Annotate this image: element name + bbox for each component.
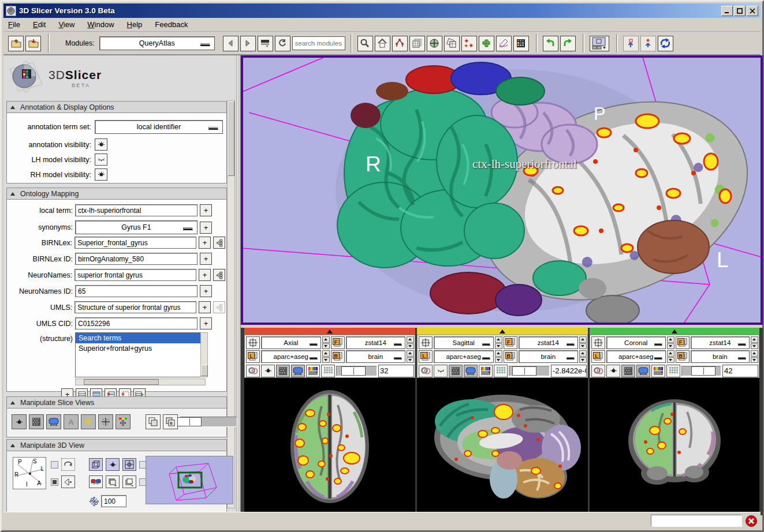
zoom-value-entry[interactable]: 100: [101, 495, 126, 507]
coronal-foreground-button[interactable]: F: [676, 336, 690, 349]
load-scene-button[interactable]: [8, 36, 24, 51]
axial-offset-value[interactable]: 32: [378, 365, 414, 377]
coronal-label-opacity-button[interactable]: [621, 365, 635, 377]
axial-label-select[interactable]: aparc+aseg: [261, 350, 321, 363]
sagittal-offset-value[interactable]: -2.8422e-0: [551, 365, 587, 377]
maximize-button[interactable]: [734, 6, 746, 16]
coronal-grid-button[interactable]: [666, 365, 680, 377]
module-history-button[interactable]: [258, 36, 273, 51]
coronal-orientation-select[interactable]: Coronal: [606, 336, 666, 349]
umls-entry[interactable]: Structure of superior frontal gyrus: [74, 301, 196, 313]
slice-visibility-toggle[interactable]: [12, 414, 27, 429]
grid-crosshair-button[interactable]: [98, 414, 113, 429]
add-birnlex-button[interactable]: +: [199, 237, 211, 249]
sagittal-label-spinner[interactable]: [495, 350, 502, 363]
viewport-3d[interactable]: R P L ctx-lh-superiorfrontal: [241, 55, 763, 325]
coronal-fov-button[interactable]: [591, 336, 605, 349]
axial-foreground-spinner[interactable]: [407, 336, 414, 349]
sagittal-visibility-toggle[interactable]: [434, 365, 448, 377]
listbox-hscrollbar[interactable]: [75, 379, 206, 385]
menu-view[interactable]: View: [58, 20, 74, 29]
axial-background-button[interactable]: B: [331, 350, 345, 363]
toggle-fg-bg-button[interactable]: [146, 414, 161, 429]
fiducial-place-button[interactable]: [640, 36, 656, 51]
sagittal-foreground-select[interactable]: zstat14: [519, 336, 579, 349]
sagittal-label-opacity-button[interactable]: [449, 365, 463, 377]
orthographic-button[interactable]: [89, 458, 103, 471]
manipulate-slices-header[interactable]: Manipulate Slice Views: [6, 396, 227, 409]
axial-link-button[interactable]: [246, 365, 260, 377]
annotation-visibility-toggle[interactable]: [95, 138, 107, 151]
fiducial-list-module-button[interactable]: [461, 36, 477, 51]
navigation-preview[interactable]: [146, 456, 233, 504]
panel-scrollbar[interactable]: [227, 100, 235, 508]
coronal-link-button[interactable]: [591, 365, 605, 377]
screen-capture-button[interactable]: [658, 36, 673, 51]
measurements-module-button[interactable]: [496, 36, 512, 51]
undo-button[interactable]: [543, 36, 558, 51]
models-module-button[interactable]: [427, 36, 442, 51]
panel-resize-sash[interactable]: [237, 55, 241, 512]
sagittal-foreground-button[interactable]: F: [504, 336, 517, 349]
stack-views-button[interactable]: [122, 475, 136, 488]
visibility-3d-button[interactable]: [106, 458, 120, 471]
axial-label-button[interactable]: L: [246, 350, 260, 363]
layout-select-button[interactable]: [590, 36, 609, 51]
birnlex-hierarchy-button[interactable]: [213, 237, 225, 249]
slices-module-button[interactable]: [444, 36, 460, 51]
coronal-background-spinner[interactable]: [751, 350, 758, 363]
axial-slice-image[interactable]: [244, 379, 415, 515]
module-forward-button[interactable]: [240, 36, 256, 51]
sagittal-background-button[interactable]: B: [504, 350, 517, 363]
axial-foreground-select[interactable]: zstat14: [346, 336, 406, 349]
axial-fit-button[interactable]: [291, 365, 305, 377]
sagittal-label-button[interactable]: L: [419, 350, 433, 363]
synonyms-select[interactable]: Gyrus F1: [75, 220, 197, 234]
module-back-button[interactable]: [223, 36, 238, 51]
search-modules-input[interactable]: [292, 36, 345, 50]
sagittal-link-button[interactable]: [419, 365, 433, 377]
axial-label-opacity-button[interactable]: [276, 365, 290, 377]
sagittal-collapse-bar[interactable]: [417, 328, 588, 335]
coronal-offset-slider[interactable]: [681, 366, 721, 376]
panel-scrollbar-thumb[interactable]: [228, 101, 234, 176]
rh-visibility-toggle[interactable]: [95, 168, 107, 181]
coronal-offset-value[interactable]: 42: [722, 365, 758, 377]
fiducials-module-button[interactable]: [392, 36, 408, 51]
title-bar[interactable]: 3D Slicer Version 3.0 Beta: [3, 3, 761, 18]
coronal-winlevel-button[interactable]: [651, 365, 665, 377]
birnlex-id-entry[interactable]: birnOrgAnatomy_580: [75, 253, 197, 265]
sagittal-fit-button[interactable]: [464, 365, 478, 377]
sagittal-offset-handle[interactable]: [512, 366, 536, 376]
neuronames-hierarchy-button[interactable]: [213, 269, 225, 281]
search-term-item[interactable]: Superior+frontal+gyrus: [76, 343, 205, 354]
search-terms-listbox[interactable]: Search terms Superior+frontal+gyrus: [75, 332, 206, 377]
menu-window[interactable]: Window: [87, 20, 114, 29]
add-umls-cid-button[interactable]: +: [200, 317, 212, 329]
coronal-offset-handle[interactable]: [691, 366, 715, 376]
sagittal-background-spinner[interactable]: [579, 350, 587, 363]
coronal-foreground-select[interactable]: zstat14: [691, 336, 750, 349]
coronal-fit-button[interactable]: [636, 365, 650, 377]
neuronames-id-entry[interactable]: 65: [75, 285, 197, 297]
manipulate-3d-header[interactable]: Manipulate 3D View: [6, 439, 227, 451]
sagittal-foreground-spinner[interactable]: [579, 336, 587, 349]
axial-offset-slider[interactable]: [336, 366, 377, 376]
axial-foreground-button[interactable]: F: [331, 336, 345, 349]
menu-feedback[interactable]: Feedback: [155, 20, 188, 29]
axial-orientation-spinner[interactable]: [322, 336, 330, 349]
search-terms-header[interactable]: Search terms: [76, 333, 205, 343]
local-term-entry[interactable]: ctx-lh-superiorfrontal: [75, 204, 197, 216]
annotation-options-header[interactable]: Annotation & Display Options: [6, 101, 227, 113]
menu-edit[interactable]: Edit: [33, 20, 46, 29]
axial-background-spinner[interactable]: [407, 350, 414, 363]
rotate-view-button[interactable]: [61, 458, 75, 471]
label-opacity-button[interactable]: [29, 414, 44, 429]
ontology-mapping-header[interactable]: Ontology Mapping: [6, 188, 227, 200]
sagittal-background-select[interactable]: brain: [519, 350, 579, 363]
look-from-button[interactable]: [61, 475, 75, 488]
look-from-checkbox[interactable]: [51, 478, 58, 486]
center-view-button[interactable]: [122, 458, 136, 471]
add-birnlex-id-button[interactable]: +: [200, 253, 212, 265]
fit-to-window-button[interactable]: [46, 414, 61, 429]
